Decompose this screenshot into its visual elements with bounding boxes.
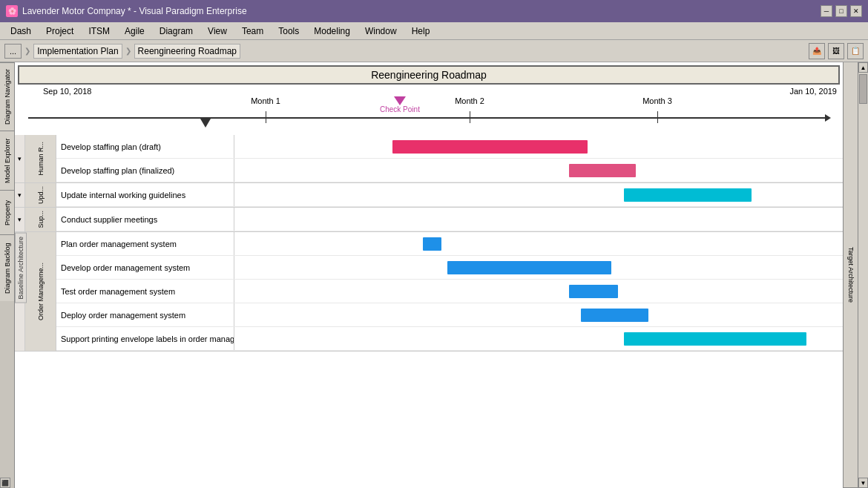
checkpoint-marker: Check Point: [380, 96, 420, 113]
menu-team[interactable]: Team: [234, 22, 271, 39]
gantt-bar-deploy: [581, 309, 648, 322]
group-human-resources: ▾ Human R... Develop staffing plan (draf…: [15, 135, 843, 183]
group-update: ▾ Upd... Update internal working guideli…: [15, 183, 843, 208]
group-label-order-management: Order Manageme...: [25, 232, 56, 351]
sidebar-tab-diagram-navigator[interactable]: Diagram Navigator: [0, 62, 14, 131]
month1-tick: [266, 111, 266, 123]
group-supplier: ▾ Sup... Conduct supplier meetings: [15, 208, 843, 232]
gantt-bar-support-print: [624, 332, 806, 346]
task-name: Test order management system: [56, 280, 234, 303]
maximize-button[interactable]: □: [835, 5, 847, 17]
breadcrumb-bar: ... ❯ Implementation Plan ❯ Reengineerin…: [0, 40, 868, 62]
task-row: Deploy order management system: [56, 303, 843, 327]
vertical-scrollbar[interactable]: ▲ ▼: [858, 62, 868, 488]
task-row: Develop staffing plan (draft): [56, 135, 843, 159]
task-name: Plan order management system: [56, 232, 234, 255]
task-row: Update internal working guidelines: [56, 183, 843, 207]
task-row: Support printing envelope labels in orde…: [56, 327, 843, 351]
expand-update[interactable]: ▾: [15, 183, 25, 207]
menu-dash[interactable]: Dash: [3, 22, 39, 39]
gantt-bar-test: [569, 285, 618, 298]
month3-tick: [657, 111, 658, 123]
menu-itsm[interactable]: ITSM: [81, 22, 117, 39]
breadcrumb-implementation-plan[interactable]: Implementation Plan: [33, 44, 122, 59]
title-text: Lavender Motor Compnay * - Visual Paradi…: [22, 6, 247, 16]
gantt-bar-plan: [423, 237, 441, 251]
task-row: Plan order management system: [56, 232, 843, 256]
sidebar-collapse-icon[interactable]: ⬛: [0, 478, 10, 488]
task-row: Conduct supplier meetings: [56, 208, 843, 231]
task-name: Update internal working guidelines: [56, 183, 234, 206]
task-name: Develop order management system: [56, 256, 234, 279]
gantt-bar-develop: [447, 261, 611, 274]
menu-bar: Dash Project ITSM Agile Diagram View Tea…: [0, 22, 868, 40]
app-icon: 🌸: [6, 5, 18, 17]
expand-supplier[interactable]: ▾: [15, 208, 25, 231]
gantt-bar-guidelines: [624, 188, 752, 202]
gantt-bar-draft: [392, 140, 587, 154]
window-controls[interactable]: ─ □ ✕: [821, 5, 862, 17]
month2-tick: [470, 111, 470, 123]
group-name-supplier: Sup...: [37, 211, 45, 228]
menu-modeling[interactable]: Modeling: [306, 22, 358, 39]
scroll-thumb[interactable]: [859, 74, 867, 104]
task-name: Deploy order management system: [56, 303, 234, 326]
timeline-end-date: Jan 10, 2019: [789, 87, 837, 96]
menu-project[interactable]: Project: [39, 22, 81, 39]
right-panel: Target Architecture ▲ ▼: [843, 62, 868, 488]
group-label-supplier: Sup...: [25, 208, 56, 231]
task-name: Develop staffing plan (finalized): [56, 159, 234, 182]
group-order-management: ▾ Order Manageme... Plan order managemen…: [15, 232, 843, 352]
expand-human-resources[interactable]: ▾: [15, 135, 25, 182]
task-name: Support printing envelope labels in orde…: [56, 327, 234, 350]
group-name-human-resources: Human R...: [37, 142, 45, 176]
today-marker: [200, 119, 211, 128]
sidebar-tab-model-explorer[interactable]: Model Explorer: [0, 131, 14, 190]
timeline-arrow: [825, 114, 831, 122]
timeline-start-date: Sep 10, 2018: [43, 87, 91, 96]
gantt-title: Reengineering Roadmap: [18, 65, 840, 85]
publish-icon[interactable]: 📤: [809, 43, 825, 59]
group-name-update: Upd...: [37, 186, 45, 204]
month3-label: Month 3: [642, 96, 672, 105]
group-label-update: Upd...: [25, 183, 56, 207]
group-label-human-resources: Human R...: [25, 135, 56, 182]
sidebar-tab-diagram-backlog[interactable]: Diagram Backlog: [0, 234, 14, 301]
menu-help[interactable]: Help: [404, 22, 438, 39]
back-button[interactable]: ...: [4, 44, 22, 59]
task-row: Test order management system: [56, 280, 843, 303]
right-panel-tabs: Target Architecture: [843, 62, 858, 488]
task-name: Develop staffing plan (draft): [56, 135, 234, 158]
expand-order-management[interactable]: ▾: [15, 232, 25, 351]
group-name-order-management: Order Manageme...: [37, 263, 45, 320]
right-tab-target-architecture[interactable]: Target Architecture: [844, 62, 858, 488]
view-icon[interactable]: 🖼: [828, 43, 844, 59]
menu-agile[interactable]: Agile: [117, 22, 152, 39]
menu-window[interactable]: Window: [358, 22, 404, 39]
timeline-line: [28, 117, 829, 119]
task-row: Develop staffing plan (finalized): [56, 159, 843, 182]
task-row: Develop order management system: [56, 256, 843, 280]
title-bar: 🌸 Lavender Motor Compnay * - Visual Para…: [0, 0, 868, 22]
menu-diagram[interactable]: Diagram: [152, 22, 200, 39]
sidebar-tab-property[interactable]: Property: [0, 190, 14, 234]
breadcrumb-separator-1: ❯: [24, 47, 30, 55]
minimize-button[interactable]: ─: [821, 5, 832, 17]
layout-icon[interactable]: 📋: [847, 43, 864, 59]
scroll-up[interactable]: ▲: [858, 62, 868, 73]
main-layout: Diagram Navigator Model Explorer Propert…: [0, 62, 868, 488]
menu-view[interactable]: View: [200, 22, 234, 39]
breadcrumb-reengineering-roadmap[interactable]: Reengineering Roadmap: [134, 44, 240, 59]
month1-label: Month 1: [251, 96, 280, 105]
task-name: Conduct supplier meetings: [56, 208, 234, 231]
menu-tools[interactable]: Tools: [271, 22, 306, 39]
scroll-down[interactable]: ▼: [858, 478, 868, 488]
checkpoint-label: Check Point: [380, 105, 420, 113]
breadcrumb-separator-2: ❯: [125, 47, 131, 55]
gantt-bar-finalized: [569, 164, 636, 177]
month2-label: Month 2: [455, 96, 484, 105]
close-button[interactable]: ✕: [850, 5, 862, 17]
